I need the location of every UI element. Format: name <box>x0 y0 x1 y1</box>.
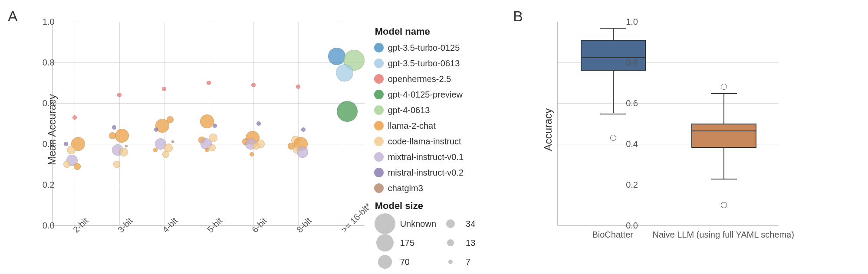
data-point <box>63 161 70 168</box>
legend-swatch <box>374 121 384 130</box>
legend-color-title: Model name <box>375 26 501 37</box>
y-tick: 0.0 <box>11 221 55 231</box>
legend-swatch <box>374 74 384 84</box>
legend-color-item: llama-2-chat <box>374 118 501 134</box>
y-tick: 1.0 <box>595 17 638 27</box>
y-tick: 0.8 <box>595 58 638 68</box>
legend-swatch <box>374 59 384 68</box>
legend-label: gpt-3.5-turbo-0125 <box>388 43 460 53</box>
legend-swatch <box>374 43 384 52</box>
data-point <box>200 114 214 128</box>
legend-label: mixtral-instruct-v0.1 <box>388 152 464 162</box>
legend-swatch <box>374 105 384 115</box>
y-tick: 0.4 <box>11 139 55 149</box>
data-point <box>125 145 128 147</box>
legend-swatch <box>374 183 384 193</box>
legend-color-item: chatglm3 <box>374 180 501 196</box>
legend-label: mistral-instruct-v0.2 <box>388 168 464 178</box>
legend-label: gpt-4-0125-preview <box>388 90 463 100</box>
legend-size-label: 70 <box>400 257 410 267</box>
legend-size-title: Model size <box>375 200 501 212</box>
legend-size-item: 70 <box>374 252 436 271</box>
legend-swatch <box>374 168 384 177</box>
y-tick: 0.4 <box>595 139 638 149</box>
legend-size-item: 6 <box>440 271 501 274</box>
legend-label: gpt-3.5-turbo-0613 <box>388 59 460 68</box>
y-tick: 0.0 <box>595 221 638 231</box>
figure: A Mean Accuracy 0.00.20.40.60.81.02-bit3… <box>0 0 868 274</box>
legend-size-item: 175 <box>374 233 436 252</box>
data-point <box>296 85 300 89</box>
data-point <box>297 147 308 158</box>
panel-b-plot <box>557 22 779 225</box>
data-point <box>162 87 166 91</box>
data-point <box>162 151 169 158</box>
box <box>691 124 756 148</box>
panel-b-ylabel: Accuracy <box>542 108 555 151</box>
panel-b: B Accuracy 0.00.20.40.60.81.0BioChatterN… <box>510 4 864 273</box>
y-tick: 0.8 <box>11 58 55 68</box>
data-point <box>74 163 81 170</box>
panel-a-plot <box>52 22 365 225</box>
legend-size-item: Unknown <box>374 214 436 233</box>
data-point <box>67 146 76 154</box>
legend-color-item: gpt-4-0613 <box>374 102 501 118</box>
x-tick: BioChatter <box>592 230 633 240</box>
legend-label: code-llama-instruct <box>388 137 461 147</box>
legend-color-item: gpt-4-0125-preview <box>374 87 501 102</box>
legend-size-item: 34 <box>440 214 501 233</box>
data-point <box>253 143 260 150</box>
legend-size-label: 13 <box>466 238 475 248</box>
data-point <box>119 148 128 157</box>
data-point <box>205 148 209 152</box>
legend-color-item: mixtral-instruct-v0.1 <box>374 149 501 165</box>
data-point <box>112 125 116 130</box>
y-tick: 1.0 <box>11 17 55 27</box>
legend: Model name gpt-3.5-turbo-0125gpt-3.5-tur… <box>372 4 501 273</box>
legend-label: gpt-4-0613 <box>388 105 430 115</box>
data-point <box>153 148 158 152</box>
data-point <box>72 115 77 120</box>
x-tick: Naive LLM (using full YAML schema) <box>652 230 794 240</box>
legend-size-bubble <box>446 219 455 228</box>
data-point <box>250 152 254 157</box>
data-point <box>251 83 256 87</box>
legend-color-item: code-llama-instruct <box>374 134 501 149</box>
y-tick: 0.6 <box>595 98 638 108</box>
y-tick: 0.2 <box>595 180 638 190</box>
data-point <box>209 144 216 151</box>
legend-label: chatglm3 <box>388 183 423 193</box>
legend-size-bubble <box>448 260 453 264</box>
data-point <box>337 101 358 122</box>
legend-swatch <box>374 137 384 146</box>
data-point <box>301 127 306 132</box>
data-point <box>256 121 261 126</box>
data-point <box>113 161 120 168</box>
legend-color-item: gpt-3.5-turbo-0125 <box>374 40 501 55</box>
legend-size-item: 13 <box>440 233 501 252</box>
outlier <box>721 202 727 208</box>
data-point <box>171 140 174 143</box>
legend-color-item: gpt-3.5-turbo-0613 <box>374 55 501 71</box>
data-point <box>336 64 353 82</box>
legend-size-bubble <box>447 239 454 246</box>
legend-size-bubble <box>376 234 394 251</box>
data-point <box>109 132 116 139</box>
data-point <box>115 129 129 143</box>
outlier <box>721 84 727 90</box>
legend-size-label: 175 <box>400 238 414 248</box>
legend-swatch <box>374 90 384 99</box>
data-point <box>328 48 345 65</box>
y-tick: 0.6 <box>11 98 55 108</box>
panel-b-label: B <box>513 8 523 25</box>
y-tick: 0.2 <box>11 180 55 190</box>
legend-size-bubble <box>378 255 392 269</box>
legend-label: llama-2-chat <box>388 121 436 131</box>
legend-size-label: 34 <box>466 219 475 229</box>
legend-swatch <box>374 152 384 162</box>
data-point <box>64 142 68 146</box>
legend-size-item: 46,7 <box>374 271 436 274</box>
legend-color-item: openhermes-2.5 <box>374 71 501 87</box>
legend-color-entries: gpt-3.5-turbo-0125gpt-3.5-turbo-0613open… <box>374 40 501 196</box>
data-point <box>213 124 217 128</box>
